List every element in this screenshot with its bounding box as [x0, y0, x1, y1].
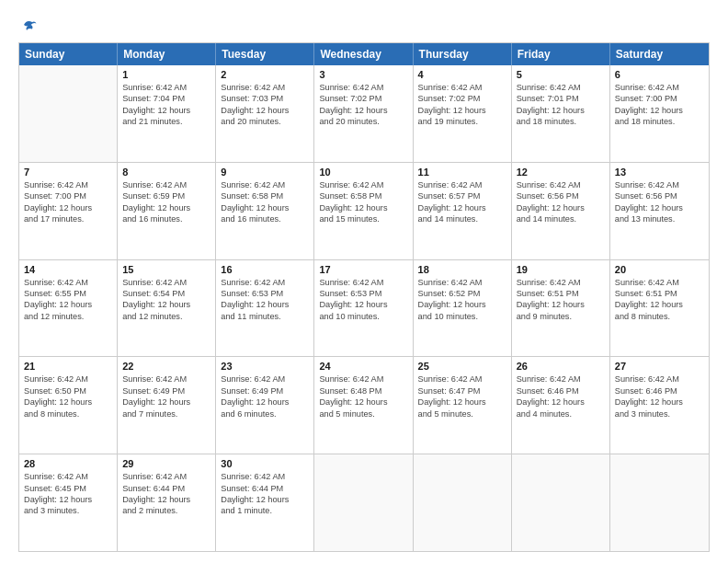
day-number: 6 [615, 69, 704, 80]
day-info: Sunrise: 6:42 AM Sunset: 7:00 PM Dayligh… [24, 179, 112, 225]
calendar-row: 21Sunrise: 6:42 AM Sunset: 6:50 PM Dayli… [19, 357, 709, 454]
day-number: 2 [221, 69, 309, 80]
day-info: Sunrise: 6:42 AM Sunset: 7:02 PM Dayligh… [319, 82, 407, 128]
day-number: 28 [24, 458, 112, 469]
day-info: Sunrise: 6:42 AM Sunset: 6:52 PM Dayligh… [418, 277, 506, 323]
day-info: Sunrise: 6:42 AM Sunset: 6:53 PM Dayligh… [221, 277, 309, 323]
weekday-header: Saturday [610, 43, 709, 65]
day-number: 11 [418, 167, 506, 178]
calendar-cell: 12Sunrise: 6:42 AM Sunset: 6:56 PM Dayli… [512, 163, 610, 259]
calendar-cell [19, 65, 118, 162]
day-info: Sunrise: 6:42 AM Sunset: 6:51 PM Dayligh… [615, 277, 704, 323]
calendar-cell: 17Sunrise: 6:42 AM Sunset: 6:53 PM Dayli… [314, 260, 413, 357]
day-info: Sunrise: 6:42 AM Sunset: 6:58 PM Dayligh… [221, 179, 309, 225]
calendar-row: 1Sunrise: 6:42 AM Sunset: 7:04 PM Daylig… [19, 65, 709, 163]
day-info: Sunrise: 6:42 AM Sunset: 6:56 PM Dayligh… [615, 179, 704, 225]
calendar-cell: 20Sunrise: 6:42 AM Sunset: 6:51 PM Dayli… [610, 260, 709, 357]
day-info: Sunrise: 6:42 AM Sunset: 6:57 PM Dayligh… [418, 179, 506, 225]
calendar-row: 28Sunrise: 6:42 AM Sunset: 6:45 PM Dayli… [19, 454, 709, 551]
day-number: 23 [221, 361, 309, 372]
day-info: Sunrise: 6:42 AM Sunset: 7:02 PM Dayligh… [418, 82, 506, 128]
weekday-header: Wednesday [314, 43, 413, 65]
day-number: 10 [319, 167, 407, 178]
day-number: 27 [615, 361, 704, 372]
day-info: Sunrise: 6:42 AM Sunset: 6:50 PM Dayligh… [24, 373, 112, 419]
calendar-cell: 8Sunrise: 6:42 AM Sunset: 6:59 PM Daylig… [118, 163, 216, 259]
calendar-cell: 2Sunrise: 6:42 AM Sunset: 7:03 PM Daylig… [216, 65, 314, 162]
calendar-cell: 22Sunrise: 6:42 AM Sunset: 6:49 PM Dayli… [118, 357, 216, 454]
day-number: 8 [122, 167, 210, 178]
day-info: Sunrise: 6:42 AM Sunset: 6:47 PM Dayligh… [418, 373, 506, 419]
day-info: Sunrise: 6:42 AM Sunset: 7:03 PM Dayligh… [221, 82, 309, 128]
day-info: Sunrise: 6:42 AM Sunset: 6:44 PM Dayligh… [122, 471, 210, 517]
day-number: 12 [517, 167, 605, 178]
day-number: 7 [24, 167, 112, 178]
logo-text [18, 17, 38, 33]
day-number: 25 [418, 361, 506, 372]
calendar-header: SundayMondayTuesdayWednesdayThursdayFrid… [19, 43, 709, 65]
day-number: 30 [221, 458, 309, 469]
day-info: Sunrise: 6:42 AM Sunset: 6:58 PM Dayligh… [319, 179, 407, 225]
day-number: 22 [122, 361, 210, 372]
weekday-header: Tuesday [216, 43, 314, 65]
day-info: Sunrise: 6:42 AM Sunset: 6:56 PM Dayligh… [517, 179, 605, 225]
calendar-cell: 5Sunrise: 6:42 AM Sunset: 7:01 PM Daylig… [512, 65, 610, 162]
weekday-header: Thursday [414, 43, 512, 65]
calendar-cell: 27Sunrise: 6:42 AM Sunset: 6:46 PM Dayli… [610, 357, 709, 454]
day-info: Sunrise: 6:42 AM Sunset: 7:00 PM Dayligh… [615, 82, 704, 128]
calendar-cell: 10Sunrise: 6:42 AM Sunset: 6:58 PM Dayli… [314, 163, 413, 259]
day-number: 16 [221, 264, 309, 275]
calendar-cell: 11Sunrise: 6:42 AM Sunset: 6:57 PM Dayli… [414, 163, 512, 259]
day-number: 13 [615, 167, 704, 178]
calendar-cell: 14Sunrise: 6:42 AM Sunset: 6:55 PM Dayli… [19, 260, 118, 357]
day-info: Sunrise: 6:42 AM Sunset: 6:54 PM Dayligh… [122, 277, 210, 323]
calendar-row: 14Sunrise: 6:42 AM Sunset: 6:55 PM Dayli… [19, 260, 709, 358]
day-info: Sunrise: 6:42 AM Sunset: 6:44 PM Dayligh… [221, 471, 309, 517]
day-info: Sunrise: 6:42 AM Sunset: 6:48 PM Dayligh… [319, 373, 407, 419]
calendar-cell: 18Sunrise: 6:42 AM Sunset: 6:52 PM Dayli… [414, 260, 512, 357]
calendar-cell [414, 454, 512, 551]
day-number: 18 [418, 264, 506, 275]
calendar-cell: 3Sunrise: 6:42 AM Sunset: 7:02 PM Daylig… [314, 65, 413, 162]
day-info: Sunrise: 6:42 AM Sunset: 6:49 PM Dayligh… [221, 373, 309, 419]
day-number: 15 [122, 264, 210, 275]
day-number: 9 [221, 167, 309, 178]
calendar-cell: 23Sunrise: 6:42 AM Sunset: 6:49 PM Dayli… [216, 357, 314, 454]
weekday-header: Friday [512, 43, 610, 65]
day-info: Sunrise: 6:42 AM Sunset: 7:01 PM Dayligh… [517, 82, 605, 128]
calendar-cell: 28Sunrise: 6:42 AM Sunset: 6:45 PM Dayli… [19, 454, 118, 551]
day-info: Sunrise: 6:42 AM Sunset: 6:45 PM Dayligh… [24, 471, 112, 517]
day-number: 21 [24, 361, 112, 372]
calendar-cell: 16Sunrise: 6:42 AM Sunset: 6:53 PM Dayli… [216, 260, 314, 357]
day-info: Sunrise: 6:42 AM Sunset: 7:04 PM Dayligh… [122, 82, 210, 128]
calendar-cell: 15Sunrise: 6:42 AM Sunset: 6:54 PM Dayli… [118, 260, 216, 357]
calendar-cell [610, 454, 709, 551]
day-number: 17 [319, 264, 407, 275]
calendar-cell [512, 454, 610, 551]
day-number: 19 [517, 264, 605, 275]
calendar-cell: 26Sunrise: 6:42 AM Sunset: 6:46 PM Dayli… [512, 357, 610, 454]
day-info: Sunrise: 6:42 AM Sunset: 6:55 PM Dayligh… [24, 277, 112, 323]
calendar: SundayMondayTuesdayWednesdayThursdayFrid… [18, 42, 710, 552]
weekday-header: Sunday [19, 43, 118, 65]
calendar-cell: 30Sunrise: 6:42 AM Sunset: 6:44 PM Dayli… [216, 454, 314, 551]
day-number: 29 [122, 458, 210, 469]
calendar-cell: 4Sunrise: 6:42 AM Sunset: 7:02 PM Daylig… [414, 65, 512, 162]
calendar-cell: 29Sunrise: 6:42 AM Sunset: 6:44 PM Dayli… [118, 454, 216, 551]
calendar-row: 7Sunrise: 6:42 AM Sunset: 7:00 PM Daylig… [19, 163, 709, 260]
day-number: 24 [319, 361, 407, 372]
day-number: 26 [517, 361, 605, 372]
calendar-cell: 21Sunrise: 6:42 AM Sunset: 6:50 PM Dayli… [19, 357, 118, 454]
logo [18, 17, 38, 33]
page: SundayMondayTuesdayWednesdayThursdayFrid… [0, 0, 728, 563]
calendar-cell [314, 454, 413, 551]
logo-bird-icon [21, 17, 38, 33]
weekday-header: Monday [118, 43, 216, 65]
day-number: 1 [122, 69, 210, 80]
calendar-cell: 6Sunrise: 6:42 AM Sunset: 7:00 PM Daylig… [610, 65, 709, 162]
day-number: 20 [615, 264, 704, 275]
day-info: Sunrise: 6:42 AM Sunset: 6:59 PM Dayligh… [122, 179, 210, 225]
day-info: Sunrise: 6:42 AM Sunset: 6:49 PM Dayligh… [122, 373, 210, 419]
day-info: Sunrise: 6:42 AM Sunset: 6:53 PM Dayligh… [319, 277, 407, 323]
day-number: 14 [24, 264, 112, 275]
